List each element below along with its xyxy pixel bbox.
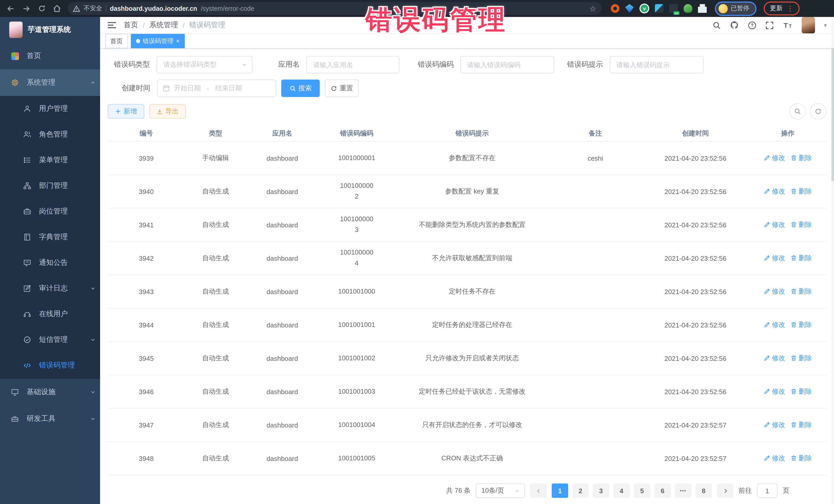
error-code-input[interactable] [461, 61, 554, 68]
more-pages-button[interactable]: ••• [675, 483, 691, 498]
home-icon[interactable] [50, 2, 64, 15]
sidebar-item-dept[interactable]: 部门管理 [0, 173, 100, 199]
page-size-select[interactable]: 10条/页 [476, 483, 525, 498]
green-extension-icon[interactable] [684, 4, 692, 13]
sidebar-item-errorcode[interactable]: 错误码管理 [0, 353, 100, 378]
breadcrumb-home[interactable]: 首页 [124, 21, 138, 30]
browser-menu-icon[interactable]: ⋮ [787, 5, 793, 12]
page-button-2[interactable]: 2 [572, 483, 589, 498]
url-host: dashboard.yudao.iocoder.cn [110, 5, 197, 12]
tab-home[interactable]: 首页 [105, 34, 128, 48]
date-range-picker[interactable]: 开始日期 - 结束日期 [157, 80, 276, 97]
refresh-table-button[interactable] [810, 103, 826, 119]
cell-time: 2021-04-20 23:52:57 [641, 408, 749, 442]
green-check-extension-icon[interactable]: v [639, 4, 649, 13]
edit-link[interactable]: 修改 [764, 354, 785, 363]
reload-icon[interactable] [35, 2, 48, 15]
prev-page-button[interactable] [530, 483, 547, 498]
gem-extension-icon[interactable] [625, 4, 634, 13]
forward-icon[interactable] [20, 2, 33, 15]
error-type-select[interactable]: 请选择错误码类型 [156, 56, 253, 73]
sidebar-item-user[interactable]: 用户管理 [0, 96, 100, 122]
page-button-1[interactable]: 1 [552, 483, 568, 498]
github-icon[interactable] [730, 21, 739, 30]
ubuntu-extension-icon[interactable] [611, 4, 619, 13]
back-icon[interactable] [4, 2, 18, 15]
page-button-8[interactable]: 8 [696, 483, 712, 498]
search-button[interactable]: 搜索 [281, 80, 320, 97]
reset-button[interactable]: 重置 [325, 80, 359, 97]
sidebar-group-devtools[interactable]: 研发工具 [0, 406, 100, 432]
sidebar-item-sms[interactable]: 短信管理 [0, 327, 100, 353]
edit-link[interactable]: 修改 [764, 287, 785, 296]
sidebar-group-infra[interactable]: 基础设施 [0, 379, 100, 406]
edit-link[interactable]: 修改 [764, 254, 785, 263]
page-button-6[interactable]: 6 [654, 483, 671, 498]
error-hint-input[interactable] [610, 61, 703, 68]
delete-link[interactable]: 删除 [790, 220, 812, 229]
delete-link[interactable]: 删除 [790, 387, 812, 396]
delete-link[interactable]: 删除 [790, 420, 812, 430]
tab-errorcode[interactable]: 错误码管理 × [131, 34, 185, 48]
sidebar-item-dict[interactable]: 字典管理 [0, 224, 100, 250]
delete-link[interactable]: 删除 [790, 454, 812, 463]
toggle-search-button[interactable] [789, 103, 806, 119]
window-scrollbar[interactable] [831, 17, 834, 504]
sidebar-group-system[interactable]: 系统管理 [0, 69, 100, 96]
url-bar[interactable]: 不安全 dashboard.yudao.iocoder.cn/system/er… [68, 2, 601, 15]
edit-link[interactable]: 修改 [764, 454, 785, 463]
browser-profile-chip[interactable]: 已暂停 [715, 1, 756, 16]
sidebar-item-role[interactable]: 角色管理 [0, 122, 100, 147]
page-button-4[interactable]: 4 [613, 483, 630, 498]
edit-link[interactable]: 修改 [764, 420, 785, 430]
edit-link[interactable]: 修改 [764, 153, 785, 163]
switch-on-extension-icon[interactable] [669, 4, 678, 13]
export-button[interactable]: 导出 [149, 104, 186, 118]
edit-link[interactable]: 修改 [764, 220, 785, 229]
delete-link[interactable]: 删除 [790, 354, 812, 363]
sidebar-item-home[interactable]: 首页 [0, 43, 100, 69]
bookmark-star-icon[interactable]: ☆ [589, 4, 596, 13]
edit-link[interactable]: 修改 [764, 187, 785, 196]
cell-type: 自动生成 [185, 442, 246, 475]
page-button-5[interactable]: 5 [634, 483, 650, 498]
sidebar-item-notice[interactable]: 通知公告 [0, 250, 100, 276]
delete-link[interactable]: 删除 [790, 287, 812, 296]
edit-icon [764, 455, 770, 462]
cell-id: 3941 [108, 208, 185, 241]
cell-actions: 修改删除 [749, 175, 826, 208]
close-icon[interactable]: × [176, 38, 180, 45]
refresh-icon [814, 108, 822, 115]
delete-link[interactable]: 删除 [790, 153, 812, 163]
font-size-icon[interactable]: TT [783, 21, 793, 29]
next-page-button[interactable] [717, 483, 733, 498]
delete-link[interactable]: 删除 [790, 320, 812, 329]
goto-page-input[interactable] [758, 487, 777, 495]
delete-link[interactable]: 删除 [790, 254, 812, 263]
chevron-down-icon[interactable]: ▾ [824, 22, 827, 28]
puzzle-extension-icon[interactable] [698, 4, 707, 13]
scrollbar-thumb[interactable] [831, 48, 834, 181]
security-label[interactable]: 不安全 [84, 4, 102, 13]
sidebar-item-online[interactable]: 在线用户 [0, 301, 100, 327]
grid-extension-icon[interactable] [655, 4, 664, 13]
sidebar-item-menu[interactable]: 菜单管理 [0, 147, 100, 173]
edit-link[interactable]: 修改 [764, 387, 785, 396]
cell-type: 自动生成 [185, 308, 246, 342]
sidebar: 芋道管理系统 首页 系统管理 用户管理角色管理菜单管理部门管理岗位管理字典管理通… [0, 17, 100, 504]
fullscreen-icon[interactable] [766, 21, 774, 29]
sidebar-item-post[interactable]: 岗位管理 [0, 199, 100, 224]
help-icon[interactable]: ? [748, 21, 757, 29]
add-button[interactable]: 新增 [108, 104, 144, 118]
app-name-input[interactable] [307, 61, 399, 68]
user-avatar[interactable] [802, 17, 815, 34]
logo[interactable]: 芋道管理系统 [0, 17, 100, 43]
page-button-3[interactable]: 3 [593, 483, 609, 498]
search-icon[interactable] [712, 21, 721, 29]
browser-update-button[interactable]: 更新 ⋮ [764, 2, 799, 15]
edit-link[interactable]: 修改 [764, 320, 785, 329]
hamburger-icon[interactable] [107, 21, 116, 29]
sidebar-item-audit[interactable]: 审计日志 [0, 276, 100, 301]
breadcrumb-system[interactable]: 系统管理 [149, 21, 178, 30]
delete-link[interactable]: 删除 [790, 187, 812, 196]
